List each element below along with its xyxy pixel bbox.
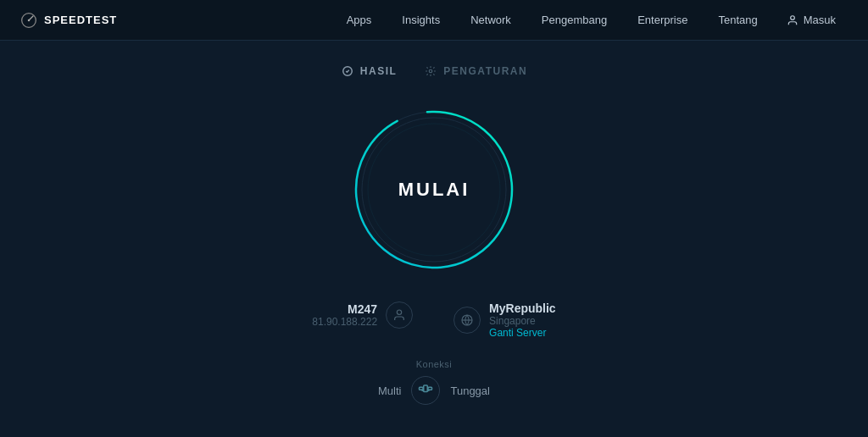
nav-login[interactable]: Masuk	[775, 8, 848, 31]
speedtest-logo-icon	[20, 12, 37, 29]
isp-ip: 81.90.188.222	[312, 316, 377, 328]
svg-point-10	[397, 310, 401, 314]
start-button-area[interactable]: MULAI	[398, 179, 470, 201]
navbar: SPEEDTEST Apps Insights Network Pengemba…	[0, 0, 868, 41]
settings-icon	[424, 64, 437, 78]
connection-label: Koneksi	[416, 359, 453, 369]
connection-toggle: Multi Tunggal	[378, 376, 490, 405]
multi-label: Multi	[378, 384, 401, 397]
svg-rect-15	[424, 385, 428, 392]
server-name: MyRepublic	[489, 301, 556, 315]
single-label: Tunggal	[450, 384, 490, 397]
nav-network[interactable]: Network	[457, 8, 525, 31]
user-icon	[787, 14, 798, 26]
svg-point-2	[790, 15, 794, 19]
isp-info: M247 81.90.188.222	[312, 302, 377, 328]
server-block: MyRepublic Singapore Ganti Server	[453, 301, 556, 339]
nav-about[interactable]: Tentang	[704, 8, 771, 31]
tab-bar: HASIL PENGATURAN	[341, 64, 527, 78]
server-info: M247 81.90.188.222 MyRepublic Si	[312, 301, 555, 339]
tab-hasil[interactable]: HASIL	[341, 64, 398, 78]
logo: SPEEDTEST	[20, 12, 117, 29]
isp-icon	[386, 301, 413, 329]
isp-block: M247 81.90.188.222	[312, 301, 413, 329]
server-location: Singapore	[489, 315, 556, 327]
isp-name: M247	[312, 302, 377, 316]
nav-insights[interactable]: Insights	[388, 8, 453, 31]
globe-icon	[453, 307, 481, 334]
nav-enterprise[interactable]: Enterprise	[624, 8, 701, 31]
nav-links: Apps Insights Network Pengembang Enterpr…	[333, 8, 848, 31]
speed-circle[interactable]: MULAI	[349, 105, 519, 274]
nav-apps[interactable]: Apps	[333, 8, 386, 31]
svg-point-4	[430, 69, 433, 73]
server-info-block: MyRepublic Singapore Ganti Server	[489, 301, 556, 339]
start-button[interactable]: MULAI	[398, 179, 470, 201]
main-content: HASIL PENGATURAN	[0, 41, 868, 405]
connection-icon	[418, 383, 433, 398]
connection-section: Koneksi Multi Tunggal	[378, 359, 490, 405]
svg-rect-13	[420, 387, 424, 390]
svg-point-1	[28, 19, 31, 21]
nav-developer[interactable]: Pengembang	[528, 8, 620, 31]
tab-pengaturan[interactable]: PENGATURAN	[424, 64, 527, 78]
change-server-button[interactable]: Ganti Server	[489, 327, 556, 339]
logo-text: SPEEDTEST	[44, 14, 117, 26]
connection-toggle-button[interactable]	[411, 376, 440, 405]
svg-rect-14	[428, 387, 432, 390]
checkmark-icon	[341, 64, 354, 78]
